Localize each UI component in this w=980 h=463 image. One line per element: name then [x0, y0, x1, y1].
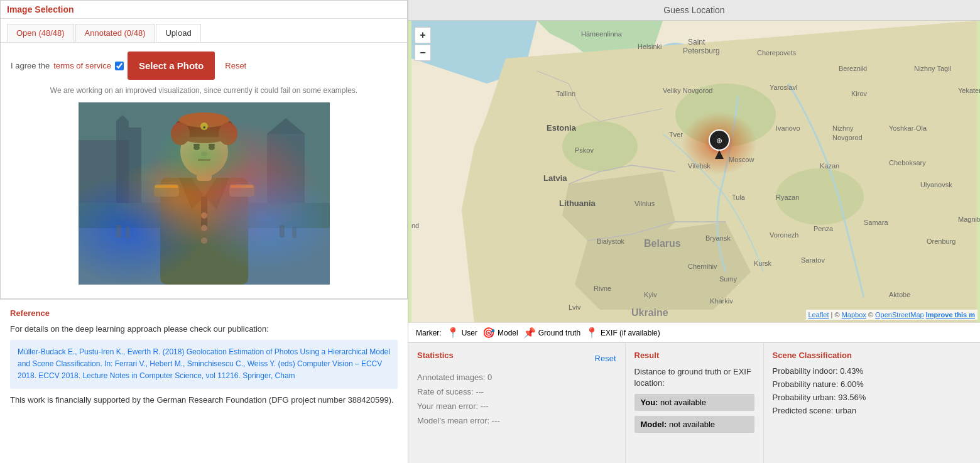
- tab-upload[interactable]: Upload: [156, 24, 200, 42]
- svg-text:Hämeenlinna: Hämeenlinna: [581, 30, 623, 38]
- svg-text:Aktobe: Aktobe: [889, 291, 910, 298]
- svg-text:Novgorod: Novgorod: [832, 134, 863, 141]
- stat-success: Rate of sucess: ---: [417, 387, 616, 396]
- svg-text:Lithuania: Lithuania: [559, 199, 596, 208]
- scene-row-3: Predicted scene: urban: [773, 406, 972, 415]
- stat-model-error: Model's mean error: ---: [417, 416, 616, 425]
- you-badge: You: not available: [634, 394, 754, 411]
- scene-row-1: Probability nature: 6.00%: [773, 379, 972, 389]
- marker-ground-truth: 📌 Ground truth: [523, 327, 580, 339]
- svg-text:Bryansk: Bryansk: [705, 234, 731, 242]
- stats-header-row: Statistics Reset: [417, 351, 616, 366]
- improve-link[interactable]: Improve this m: [926, 311, 975, 319]
- tos-link[interactable]: terms of service: [53, 61, 111, 70]
- working-notice: We are working on an improved visualizat…: [11, 86, 397, 95]
- svg-text:Yaroslavl: Yaroslavl: [770, 84, 797, 91]
- map-section: Guess Location: [408, 0, 980, 342]
- svg-text:Lviv: Lviv: [569, 303, 581, 311]
- svg-text:Rivne: Rivne: [594, 285, 611, 292]
- stat-annotated: Annotated images: 0: [417, 373, 616, 382]
- map-controls: + −: [415, 27, 431, 61]
- svg-text:Kharkiv: Kharkiv: [710, 297, 733, 305]
- svg-text:Ulyanovsk: Ulyanovsk: [920, 181, 952, 188]
- mapbox-link[interactable]: Mapbox: [842, 311, 866, 319]
- tab-annotated[interactable]: Annotated (0/48): [75, 24, 155, 42]
- svg-text:Berezniki: Berezniki: [839, 65, 867, 72]
- svg-rect-40: [116, 225, 121, 237]
- svg-text:Tula: Tula: [732, 193, 746, 201]
- svg-text:Tver: Tver: [669, 131, 683, 138]
- leaflet-link[interactable]: Leaflet: [808, 311, 829, 319]
- osm-link[interactable]: OpenStreetMap: [875, 311, 924, 319]
- stats-reset-button[interactable]: Reset: [595, 354, 616, 363]
- marker-label: Marker:: [416, 329, 442, 337]
- svg-text:Veliky Novgorod: Veliky Novgorod: [663, 87, 713, 94]
- svg-text:Kyiv: Kyiv: [644, 291, 657, 298]
- svg-text:⊕: ⊕: [716, 136, 722, 145]
- svg-rect-43: [292, 227, 297, 238]
- svg-rect-42: [280, 225, 285, 237]
- svg-text:Petersburg: Petersburg: [683, 46, 720, 55]
- marker-legend: Marker: 📍 User 🎯 Model 📌 Ground truth 📍 …: [408, 322, 980, 342]
- stats-header: Statistics: [417, 351, 454, 360]
- svg-text:nd: nd: [411, 222, 419, 229]
- svg-text:Chernihiv: Chernihiv: [688, 263, 717, 270]
- reset-button[interactable]: Reset: [225, 61, 246, 70]
- svg-text:Kursk: Kursk: [754, 259, 772, 267]
- svg-text:Ivanovo: Ivanovo: [776, 124, 800, 132]
- reference-header: Reference: [10, 308, 398, 318]
- stats-panel: Statistics Reset Annotated images: 0 Rat…: [408, 343, 626, 463]
- bottom-panels: Statistics Reset Annotated images: 0 Rat…: [408, 342, 980, 463]
- photo-canvas: ★: [79, 102, 330, 285]
- map-zoom-out[interactable]: −: [415, 45, 431, 61]
- tos-row: I agree the terms of service Select a Ph…: [11, 52, 397, 80]
- svg-text:Cherepovets: Cherepovets: [757, 49, 797, 57]
- svg-text:Białystok: Białystok: [597, 237, 625, 245]
- map-header: Guess Location: [408, 0, 980, 21]
- user-icon: 📍: [447, 327, 459, 339]
- svg-text:Pskov: Pskov: [575, 146, 594, 154]
- map-zoom-in[interactable]: +: [415, 27, 431, 43]
- reference-intro: For details on the deep learning approac…: [10, 324, 398, 334]
- reference-citation: Müller-Budack E., Pustu-Iren K., Ewerth …: [10, 340, 398, 389]
- svg-text:Vitebsk: Vitebsk: [688, 162, 710, 170]
- exif-icon: 📍: [585, 327, 598, 339]
- map-container[interactable]: Hämeenlinna Helsinki Saint Petersburg Ch…: [408, 21, 980, 322]
- svg-text:Sumy: Sumy: [719, 275, 738, 283]
- svg-text:Vilnius: Vilnius: [634, 200, 655, 207]
- svg-text:Saint: Saint: [688, 38, 705, 46]
- svg-text:Ukraine: Ukraine: [631, 307, 668, 318]
- scene-header: Scene Classification: [773, 351, 972, 360]
- svg-text:Moscow: Moscow: [729, 156, 754, 163]
- left-panel: Image Selection Open (48/48) Annotated (…: [0, 0, 408, 463]
- svg-text:Cheboksary: Cheboksary: [889, 159, 926, 166]
- marker-user: 📍 User: [447, 327, 477, 339]
- tabs-row: Open (48/48) Annotated (0/48) Upload: [1, 19, 407, 43]
- result-panel: Result Distance to ground truth or EXIF …: [626, 343, 764, 463]
- marker-exif: 📍 EXIF (if available): [585, 327, 660, 339]
- svg-text:Samara: Samara: [864, 219, 888, 226]
- tab-open[interactable]: Open (48/48): [7, 24, 74, 42]
- marker-model: 🎯 Model: [482, 327, 518, 339]
- ground-truth-icon: 📌: [523, 327, 536, 339]
- citation-link[interactable]: Müller-Budack E., Pustu-Iren K., Ewerth …: [18, 347, 390, 380]
- you-label: You:: [641, 398, 658, 407]
- dfg-text: This work is financially supported by th…: [10, 395, 398, 405]
- svg-rect-39: [79, 102, 330, 285]
- svg-text:Voronezh: Voronezh: [770, 231, 798, 239]
- svg-text:Magnitogorsk: Magnitogorsk: [958, 215, 980, 223]
- photo-svg: ★: [79, 102, 330, 285]
- tos-checkbox[interactable]: [115, 62, 124, 70]
- svg-text:Yekaterinburg: Yekaterinburg: [958, 87, 980, 94]
- result-header: Result: [634, 351, 754, 360]
- svg-text:Orenburg: Orenburg: [927, 237, 956, 245]
- svg-text:Ryazan: Ryazan: [776, 193, 799, 201]
- image-selection-header: Image Selection: [1, 1, 407, 19]
- result-description: Distance to ground truth or EXIF locatio…: [634, 366, 754, 389]
- svg-text:Helsinki: Helsinki: [638, 43, 662, 50]
- map-attribution: Leaflet | © Mapbox © OpenStreetMap Impro…: [806, 310, 978, 320]
- select-photo-button[interactable]: Select a Photo: [128, 52, 215, 80]
- svg-text:Yoshkar-Ola: Yoshkar-Ola: [889, 124, 927, 132]
- svg-text:Belarus: Belarus: [644, 238, 681, 249]
- svg-text:Penza: Penza: [814, 225, 834, 232]
